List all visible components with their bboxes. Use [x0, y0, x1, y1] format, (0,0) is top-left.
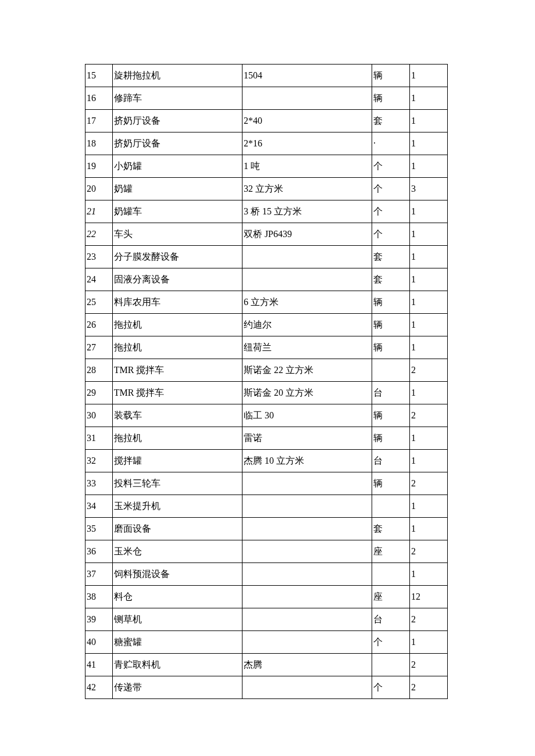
cell-unit: 辆 — [372, 291, 410, 314]
cell-spec — [242, 518, 372, 540]
cell-unit: 套 — [372, 268, 410, 291]
cell-unit: 个 — [372, 155, 410, 178]
cell-spec — [242, 608, 372, 631]
cell-qty: 1 — [410, 155, 448, 178]
cell-spec — [242, 472, 372, 495]
cell-index: 16 — [85, 87, 113, 110]
cell-index: 33 — [85, 472, 113, 495]
cell-index: 40 — [85, 631, 113, 654]
cell-index: 38 — [85, 586, 113, 608]
cell-qty: 1 — [410, 450, 448, 472]
table-row: 20奶罐32 立方米个3 — [85, 178, 448, 200]
cell-qty: 1 — [410, 291, 448, 314]
cell-index: 36 — [85, 540, 113, 563]
cell-index: 31 — [85, 427, 113, 450]
cell-qty: 1 — [410, 132, 448, 155]
cell-qty: 3 — [410, 178, 448, 200]
table-row: 35磨面设备套1 — [85, 518, 448, 540]
cell-name: 分子膜发酵设备 — [112, 246, 242, 268]
cell-index: 18 — [85, 132, 113, 155]
cell-unit: 个 — [372, 223, 410, 246]
table-row: 18挤奶厅设备2*16·1 — [85, 132, 448, 155]
cell-name: 铡草机 — [112, 608, 242, 631]
table-row: 27拖拉机纽荷兰辆1 — [85, 336, 448, 359]
cell-name: 投料三轮车 — [112, 472, 242, 495]
cell-name: 装载车 — [112, 404, 242, 427]
cell-unit — [372, 359, 410, 382]
cell-qty: 1 — [410, 518, 448, 540]
document-page: 15旋耕拖拉机1504辆116修蹄车辆117挤奶厅设备2*40套118挤奶厅设备… — [0, 0, 535, 756]
table-row: 15旋耕拖拉机1504辆1 — [85, 65, 448, 87]
cell-unit: 个 — [372, 631, 410, 654]
cell-name: 玉米提升机 — [112, 495, 242, 518]
cell-spec: 斯诺金 22 立方米 — [242, 359, 372, 382]
cell-name: 搅拌罐 — [112, 450, 242, 472]
cell-unit: 套 — [372, 518, 410, 540]
cell-name: 挤奶厅设备 — [112, 132, 242, 155]
table-row: 37饲料预混设备1 — [85, 563, 448, 586]
cell-spec: 32 立方米 — [242, 178, 372, 200]
cell-spec: 斯诺金 20 立方米 — [242, 382, 372, 404]
table-row: 17挤奶厅设备2*40套1 — [85, 110, 448, 132]
cell-name: 拖拉机 — [112, 336, 242, 359]
table-row: 31拖拉机雷诺辆1 — [85, 427, 448, 450]
cell-name: 固液分离设备 — [112, 268, 242, 291]
cell-unit: 座 — [372, 540, 410, 563]
cell-name: 拖拉机 — [112, 314, 242, 336]
cell-qty: 1 — [410, 268, 448, 291]
cell-unit — [372, 495, 410, 518]
cell-spec: 杰腾 — [242, 654, 372, 676]
cell-name: 修蹄车 — [112, 87, 242, 110]
cell-spec: 临工 30 — [242, 404, 372, 427]
cell-unit: 辆 — [372, 87, 410, 110]
table-row: 41青贮取料机杰腾2 — [85, 654, 448, 676]
table-row: 16修蹄车辆1 — [85, 87, 448, 110]
table-row: 30装载车临工 30辆2 — [85, 404, 448, 427]
table-row: 33投料三轮车辆2 — [85, 472, 448, 495]
cell-spec: 3 桥 15 立方米 — [242, 200, 372, 223]
cell-name: 传递带 — [112, 676, 242, 699]
cell-index: 20 — [85, 178, 113, 200]
cell-index: 30 — [85, 404, 113, 427]
cell-name: 拖拉机 — [112, 427, 242, 450]
table-row: 24固液分离设备套1 — [85, 268, 448, 291]
cell-name: 旋耕拖拉机 — [112, 65, 242, 87]
cell-unit — [372, 563, 410, 586]
table-row: 26拖拉机约迪尔辆1 — [85, 314, 448, 336]
cell-spec: 2*16 — [242, 132, 372, 155]
table-row: 22车头双桥 JP6439个1 — [85, 223, 448, 246]
cell-spec — [242, 586, 372, 608]
cell-spec: 双桥 JP6439 — [242, 223, 372, 246]
cell-qty: 1 — [410, 336, 448, 359]
cell-name: 磨面设备 — [112, 518, 242, 540]
table-row: 29TMR 搅拌车斯诺金 20 立方米台1 — [85, 382, 448, 404]
cell-qty: 1 — [410, 87, 448, 110]
cell-index: 23 — [85, 246, 113, 268]
cell-unit: 辆 — [372, 472, 410, 495]
cell-qty: 2 — [410, 472, 448, 495]
cell-name: 料仓 — [112, 586, 242, 608]
cell-name: TMR 搅拌车 — [112, 359, 242, 382]
cell-name: TMR 搅拌车 — [112, 382, 242, 404]
cell-spec — [242, 246, 372, 268]
cell-qty: 1 — [410, 427, 448, 450]
cell-index: 34 — [85, 495, 113, 518]
cell-qty: 2 — [410, 404, 448, 427]
table-row: 28TMR 搅拌车斯诺金 22 立方米2 — [85, 359, 448, 382]
cell-spec: 2*40 — [242, 110, 372, 132]
cell-spec: 约迪尔 — [242, 314, 372, 336]
table-row: 42传递带个2 — [85, 676, 448, 699]
cell-index: 35 — [85, 518, 113, 540]
cell-unit: 辆 — [372, 427, 410, 450]
cell-qty: 1 — [410, 246, 448, 268]
table-row: 19小奶罐1 吨个1 — [85, 155, 448, 178]
cell-spec — [242, 268, 372, 291]
cell-name: 奶罐车 — [112, 200, 242, 223]
cell-spec: 1 吨 — [242, 155, 372, 178]
cell-unit: 台 — [372, 450, 410, 472]
cell-unit: 台 — [372, 382, 410, 404]
cell-unit: 套 — [372, 110, 410, 132]
cell-spec — [242, 540, 372, 563]
cell-unit: 个 — [372, 178, 410, 200]
cell-name: 饲料预混设备 — [112, 563, 242, 586]
